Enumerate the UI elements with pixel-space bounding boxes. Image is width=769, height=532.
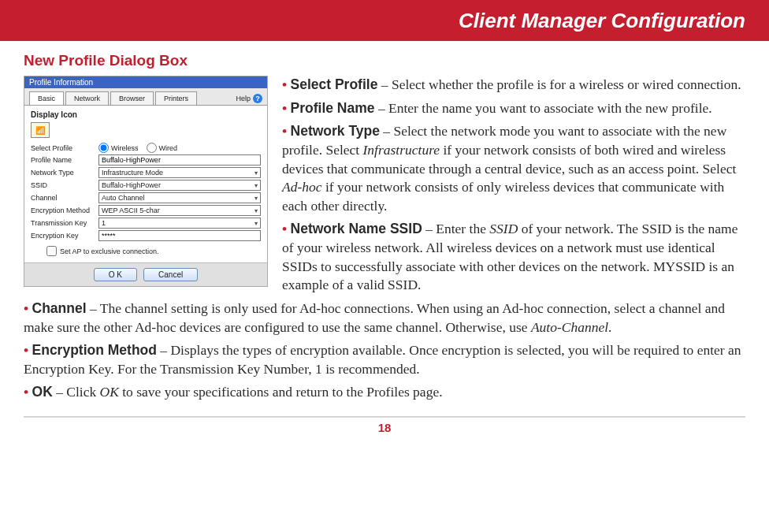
term-profile-name: Profile Name	[291, 100, 375, 116]
bullet-dot-icon: •	[24, 300, 32, 316]
select-trans-key-value: 1	[102, 219, 106, 227]
term-encryption: Encryption Method	[32, 342, 157, 358]
text-ok-2: to save your specifications and return t…	[119, 384, 443, 400]
text-profile-name: – Enter the name you want to associate w…	[375, 100, 712, 116]
display-icon-heading: Display Icon	[31, 110, 261, 119]
bullet-dot-icon: •	[24, 384, 32, 400]
checkbox-exclusive[interactable]: Set AP to exclusive connection.	[31, 246, 261, 256]
chevron-down-icon: ▾	[254, 182, 258, 189]
text-network-type-3: if your network consists of only wireles…	[282, 179, 724, 214]
display-icon-icon: 📶	[31, 122, 50, 138]
cancel-button[interactable]: Cancel	[143, 268, 198, 281]
text-ok-1: – Click	[53, 384, 100, 400]
tab-network[interactable]: Network	[65, 91, 109, 105]
bullet-dot-icon: •	[282, 221, 291, 236]
profile-info-window: Profile Information Basic Network Browse…	[24, 76, 268, 287]
help-icon[interactable]: ?	[253, 94, 262, 103]
chevron-down-icon: ▾	[254, 220, 258, 227]
ok-button[interactable]: O K	[94, 268, 137, 281]
ital-ssid: SSID	[489, 221, 518, 236]
ital-adhoc: Ad-hoc	[282, 179, 322, 195]
bullet-dot-icon: •	[282, 100, 291, 116]
bullet-dot-icon: •	[24, 342, 32, 358]
dialog-body: Display Icon 📶 Select Profile Wireless W…	[24, 105, 267, 262]
select-channel-value: Auto Channel	[102, 194, 145, 202]
bullet-encryption: • Encryption Method – Displays the types…	[24, 341, 745, 378]
label-encryption: Encryption Method	[31, 206, 98, 214]
text-select-profile: – Select whether the profile is for a wi…	[377, 76, 741, 92]
help-label: Help	[236, 95, 251, 102]
select-trans-key[interactable]: 1▾	[98, 218, 261, 229]
select-network-type-value: Infrastructure Mode	[102, 169, 163, 177]
row-select-profile: Select Profile Wireless Wired	[31, 143, 261, 153]
header-bar: Client Manager Configuration	[0, 0, 769, 41]
ital-infrastructure: Infrastructure	[363, 142, 440, 158]
ital-auto-channel: Auto-Channel	[531, 319, 608, 335]
tab-row: Basic Network Browser Printers Help ?	[24, 88, 267, 105]
term-ssid: Network Name SSID	[291, 221, 422, 236]
chevron-down-icon: ▾	[254, 207, 258, 214]
tab-browser[interactable]: Browser	[110, 91, 154, 105]
footer-divider	[24, 416, 745, 418]
tab-printers[interactable]: Printers	[155, 91, 197, 105]
label-ssid: SSID	[31, 181, 98, 189]
select-network-type[interactable]: Infrastructure Mode▾	[98, 167, 261, 178]
term-channel: Channel	[32, 300, 87, 316]
bullet-ok: • OK – Click OK to save your specificati…	[24, 383, 745, 402]
text-channel-2: .	[608, 319, 611, 335]
label-network-type: Network Type	[31, 169, 98, 177]
select-encryption-value: WEP ASCII 5-char	[102, 206, 160, 214]
radio-wired-label: Wired	[159, 144, 178, 152]
term-network-type: Network Type	[291, 123, 380, 139]
term-select-profile: Select Profile	[291, 76, 378, 92]
page-number: 18	[0, 421, 769, 434]
select-encryption[interactable]: WEP ASCII 5-char▾	[98, 205, 261, 216]
bullet-dot-icon: •	[282, 123, 291, 139]
content-area: New Profile Dialog Box Profile Informati…	[0, 41, 769, 402]
label-enc-key: Encryption Key	[31, 232, 98, 240]
select-ssid-value: Buffalo-HighPower	[102, 181, 161, 189]
text-channel-1: – The channel setting is only used for A…	[24, 300, 725, 335]
label-channel: Channel	[31, 194, 98, 202]
label-profile-name: Profile Name	[31, 156, 98, 164]
text-ssid-1: – Enter the	[422, 221, 490, 236]
select-channel[interactable]: Auto Channel▾	[98, 192, 261, 203]
checkbox-exclusive-label: Set AP to exclusive connection.	[60, 247, 158, 255]
chevron-down-icon: ▾	[254, 195, 258, 202]
radio-wireless-label: Wireless	[111, 144, 139, 152]
label-select-profile: Select Profile	[31, 144, 98, 152]
help-area: Help ?	[236, 94, 262, 103]
window-titlebar: Profile Information	[24, 76, 267, 88]
ital-ok: OK	[100, 384, 119, 400]
radio-wireless[interactable]: Wireless	[98, 143, 139, 153]
dialog-screenshot: Profile Information Basic Network Browse…	[24, 76, 268, 287]
input-enc-key[interactable]	[98, 230, 261, 241]
dialog-button-bar: O K Cancel	[24, 262, 267, 286]
section-title: New Profile Dialog Box	[24, 52, 745, 69]
header-title: Client Manager Configuration	[459, 9, 745, 33]
input-profile-name[interactable]	[98, 154, 261, 166]
bullet-channel: • Channel – The channel setting is only …	[24, 299, 745, 337]
label-trans-key: Transmission Key	[31, 219, 98, 227]
tab-basic[interactable]: Basic	[29, 91, 64, 105]
term-ok: OK	[32, 384, 53, 400]
bullet-dot-icon: •	[282, 76, 291, 92]
select-ssid[interactable]: Buffalo-HighPower▾	[98, 180, 261, 191]
radio-wired[interactable]: Wired	[147, 143, 178, 153]
chevron-down-icon: ▾	[254, 169, 258, 177]
